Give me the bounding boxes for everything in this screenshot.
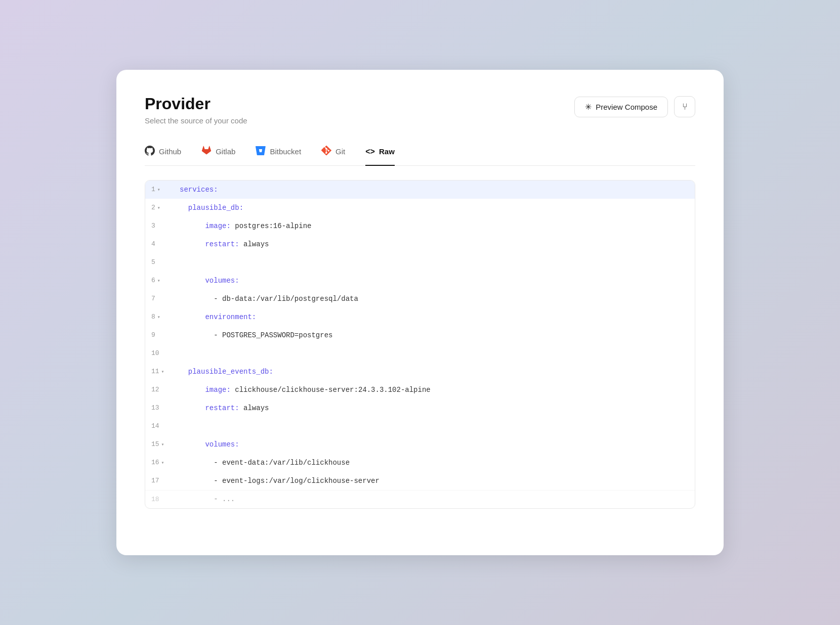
line-content-9: - POSTGRES_PASSWORD=postgres <box>176 331 337 339</box>
line-content-18: - ... <box>176 495 239 503</box>
line-num-11: 11 ▾ <box>145 368 176 375</box>
line-num-8: 8 ▾ <box>145 313 176 321</box>
line-content-4: restart: always <box>176 240 273 248</box>
line-content-11: plausible_events_db: <box>176 368 277 376</box>
chevron-15: ▾ <box>161 441 164 448</box>
preview-compose-button[interactable]: ✳ Preview Compose <box>574 97 668 117</box>
main-card: Provider Select the source of your code … <box>116 70 724 555</box>
line-content-1: services: <box>176 186 222 194</box>
tab-github[interactable]: Github <box>145 145 181 166</box>
header: Provider Select the source of your code … <box>145 94 695 125</box>
tab-raw[interactable]: <> Raw <box>365 145 395 166</box>
line-content-8: environment: <box>176 313 260 321</box>
code-line-2: 2 ▾ plausible_db: <box>145 199 695 217</box>
line-content-13: restart: always <box>176 404 273 412</box>
line-num-15: 15 ▾ <box>145 440 176 448</box>
line-content-17: - event-logs:/var/log/clickhouse-server <box>176 477 384 485</box>
line-num-10: 10 <box>145 349 176 357</box>
bitbucket-icon <box>256 146 266 157</box>
line-content-12: image: clickhouse/clickhouse-server:24.3… <box>176 386 435 394</box>
line-content-2: plausible_db: <box>176 204 247 212</box>
line-num-2: 2 ▾ <box>145 204 176 211</box>
tab-bitbucket[interactable]: Bitbucket <box>256 145 301 166</box>
code-line-18: 18 - ... <box>145 490 695 508</box>
raw-tab-label: Raw <box>379 147 395 156</box>
tab-git[interactable]: Git <box>321 145 345 166</box>
preview-compose-label: Preview Compose <box>596 103 657 111</box>
branch-icon: ⑂ <box>682 102 688 112</box>
code-line-1: 1 ▾ services: <box>145 181 695 199</box>
code-line-17: 17 - event-logs:/var/log/clickhouse-serv… <box>145 472 695 490</box>
compose-icon: ✳ <box>585 102 592 112</box>
line-content-15: volumes: <box>176 440 243 449</box>
gitlab-icon <box>201 145 212 158</box>
bitbucket-tab-label: Bitbucket <box>270 147 301 156</box>
code-line-3: 3 image: postgres:16-alpine <box>145 217 695 235</box>
code-line-11: 11 ▾ plausible_events_db: <box>145 363 695 381</box>
gitlab-tab-label: Gitlab <box>216 147 235 156</box>
chevron-2: ▾ <box>157 205 160 211</box>
chevron-16: ▾ <box>161 460 164 466</box>
chevron-8: ▾ <box>157 314 160 320</box>
line-content-16: - event-data:/var/lib/clickhouse <box>176 459 354 467</box>
line-num-9: 9 <box>145 331 176 339</box>
line-num-14: 14 <box>145 422 176 430</box>
page-title: Provider <box>145 94 247 113</box>
line-num-3: 3 <box>145 222 176 230</box>
line-num-1: 1 ▾ <box>145 186 176 193</box>
chevron-11: ▾ <box>161 369 164 375</box>
header-right: ✳ Preview Compose ⑂ <box>574 96 695 117</box>
line-num-18: 18 <box>145 496 176 503</box>
line-num-16: 16 ▾ <box>145 459 176 466</box>
line-num-13: 13 <box>145 404 176 412</box>
code-line-7: 7 - db-data:/var/lib/postgresql/data <box>145 290 695 308</box>
code-line-10: 10 <box>145 344 695 363</box>
code-line-16: 16 ▾ - event-data:/var/lib/clickhouse <box>145 454 695 472</box>
tab-gitlab[interactable]: Gitlab <box>201 145 235 166</box>
code-line-5: 5 <box>145 253 695 272</box>
github-icon <box>145 146 155 157</box>
line-content-7: - db-data:/var/lib/postgresql/data <box>176 295 362 303</box>
code-line-14: 14 <box>145 417 695 435</box>
line-num-5: 5 <box>145 258 176 266</box>
line-num-12: 12 <box>145 386 176 393</box>
code-line-9: 9 - POSTGRES_PASSWORD=postgres <box>145 326 695 344</box>
git-icon <box>321 146 331 157</box>
chevron-1: ▾ <box>157 187 160 193</box>
line-content-6: volumes: <box>176 277 243 285</box>
branch-button[interactable]: ⑂ <box>674 96 695 117</box>
raw-icon: <> <box>365 147 375 156</box>
code-line-12: 12 image: clickhouse/clickhouse-server:2… <box>145 381 695 399</box>
line-num-6: 6 ▾ <box>145 277 176 284</box>
line-content-3: image: postgres:16-alpine <box>176 222 315 230</box>
code-editor: 1 ▾ services: 2 ▾ plausible_db: 3 image:… <box>145 180 695 509</box>
git-tab-label: Git <box>335 147 345 156</box>
page-subtitle: Select the source of your code <box>145 116 247 125</box>
code-line-13: 13 restart: always <box>145 399 695 417</box>
line-num-4: 4 <box>145 240 176 248</box>
code-line-8: 8 ▾ environment: <box>145 308 695 326</box>
code-line-6: 6 ▾ volumes: <box>145 272 695 290</box>
code-line-15: 15 ▾ volumes: <box>145 435 695 454</box>
line-num-17: 17 <box>145 477 176 484</box>
tabs-container: Github Gitlab Bitbucket <box>145 145 695 166</box>
header-left: Provider Select the source of your code <box>145 94 247 125</box>
chevron-6: ▾ <box>157 278 160 284</box>
github-tab-label: Github <box>159 147 181 156</box>
line-num-7: 7 <box>145 295 176 302</box>
code-line-4: 4 restart: always <box>145 235 695 253</box>
